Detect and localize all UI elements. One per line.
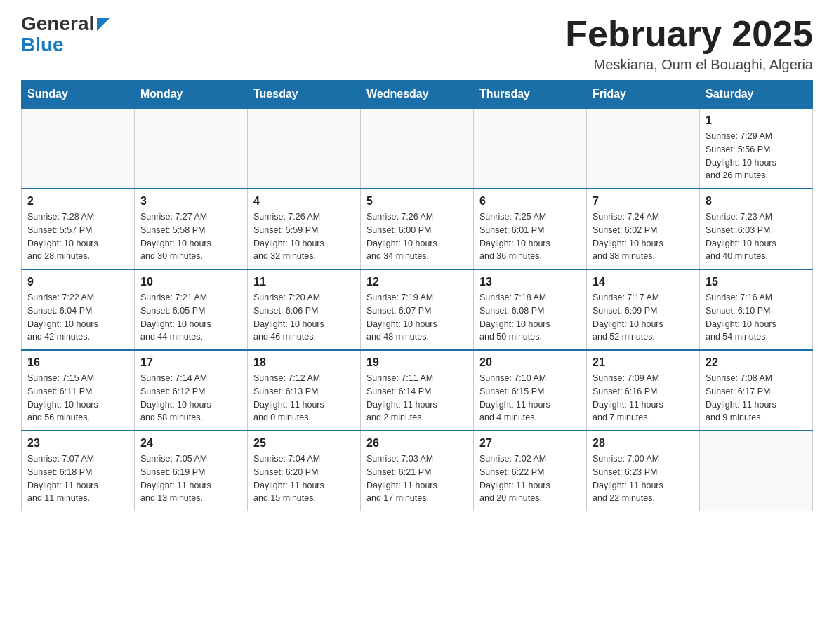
table-row: 14Sunrise: 7:17 AM Sunset: 6:09 PM Dayli… <box>587 269 700 350</box>
title-block: February 2025 Meskiana, Oum el Bouaghi, … <box>565 14 813 73</box>
day-info: Sunrise: 7:14 AM Sunset: 6:12 PM Dayligh… <box>140 372 241 424</box>
day-info: Sunrise: 7:26 AM Sunset: 6:00 PM Dayligh… <box>366 210 468 263</box>
day-number: 7 <box>593 195 694 208</box>
day-number: 20 <box>479 356 581 369</box>
col-tuesday: Tuesday <box>248 81 361 109</box>
table-row: 12Sunrise: 7:19 AM Sunset: 6:07 PM Dayli… <box>361 269 474 350</box>
day-info: Sunrise: 7:07 AM Sunset: 6:18 PM Dayligh… <box>27 452 128 505</box>
day-number: 23 <box>27 437 128 450</box>
calendar-week-row: 23Sunrise: 7:07 AM Sunset: 6:18 PM Dayli… <box>22 431 813 511</box>
day-info: Sunrise: 7:24 AM Sunset: 6:02 PM Dayligh… <box>593 210 694 263</box>
logo: General Blue <box>21 14 111 56</box>
table-row: 23Sunrise: 7:07 AM Sunset: 6:18 PM Dayli… <box>22 431 135 511</box>
col-friday: Friday <box>587 81 700 109</box>
table-row <box>361 108 474 189</box>
day-info: Sunrise: 7:12 AM Sunset: 6:13 PM Dayligh… <box>253 372 355 424</box>
day-number: 16 <box>27 356 128 369</box>
day-info: Sunrise: 7:16 AM Sunset: 6:10 PM Dayligh… <box>706 291 807 344</box>
day-info: Sunrise: 7:02 AM Sunset: 6:22 PM Dayligh… <box>479 452 581 505</box>
logo-general: General <box>21 14 94 34</box>
table-row: 21Sunrise: 7:09 AM Sunset: 6:16 PM Dayli… <box>587 350 700 431</box>
logo-blue: Blue <box>21 34 64 55</box>
table-row: 4Sunrise: 7:26 AM Sunset: 5:59 PM Daylig… <box>248 189 361 269</box>
table-row <box>700 431 813 511</box>
table-row: 1Sunrise: 7:29 AM Sunset: 5:56 PM Daylig… <box>700 108 813 189</box>
day-number: 24 <box>140 437 241 450</box>
day-number: 5 <box>366 195 468 208</box>
table-row: 8Sunrise: 7:23 AM Sunset: 6:03 PM Daylig… <box>700 189 813 269</box>
calendar-week-row: 16Sunrise: 7:15 AM Sunset: 6:11 PM Dayli… <box>22 350 813 431</box>
table-row: 7Sunrise: 7:24 AM Sunset: 6:02 PM Daylig… <box>587 189 700 269</box>
calendar-week-row: 1Sunrise: 7:29 AM Sunset: 5:56 PM Daylig… <box>22 108 813 189</box>
day-info: Sunrise: 7:09 AM Sunset: 6:16 PM Dayligh… <box>593 372 694 424</box>
day-info: Sunrise: 7:17 AM Sunset: 6:09 PM Dayligh… <box>593 291 694 344</box>
day-info: Sunrise: 7:11 AM Sunset: 6:14 PM Dayligh… <box>366 372 468 424</box>
day-number: 4 <box>253 195 355 208</box>
col-thursday: Thursday <box>474 81 587 109</box>
svg-marker-0 <box>97 18 110 31</box>
logo-arrow-icon <box>95 17 111 32</box>
day-info: Sunrise: 7:20 AM Sunset: 6:06 PM Dayligh… <box>253 291 355 344</box>
day-info: Sunrise: 7:28 AM Sunset: 5:57 PM Dayligh… <box>27 210 128 263</box>
table-row <box>474 108 587 189</box>
day-info: Sunrise: 7:23 AM Sunset: 6:03 PM Dayligh… <box>706 210 807 263</box>
day-number: 14 <box>593 276 694 288</box>
table-row: 17Sunrise: 7:14 AM Sunset: 6:12 PM Dayli… <box>135 350 248 431</box>
page-header: General Blue February 2025 Meskiana, Oum… <box>21 14 813 73</box>
table-row: 11Sunrise: 7:20 AM Sunset: 6:06 PM Dayli… <box>248 269 361 350</box>
table-row: 18Sunrise: 7:12 AM Sunset: 6:13 PM Dayli… <box>248 350 361 431</box>
table-row: 22Sunrise: 7:08 AM Sunset: 6:17 PM Dayli… <box>700 350 813 431</box>
calendar-week-row: 9Sunrise: 7:22 AM Sunset: 6:04 PM Daylig… <box>22 269 813 350</box>
day-number: 22 <box>706 356 807 369</box>
day-number: 17 <box>140 356 241 369</box>
table-row: 26Sunrise: 7:03 AM Sunset: 6:21 PM Dayli… <box>361 431 474 511</box>
day-number: 9 <box>27 276 128 288</box>
day-info: Sunrise: 7:00 AM Sunset: 6:23 PM Dayligh… <box>593 452 694 505</box>
day-info: Sunrise: 7:05 AM Sunset: 6:19 PM Dayligh… <box>140 452 241 505</box>
col-saturday: Saturday <box>700 81 813 109</box>
day-number: 26 <box>366 437 468 450</box>
day-info: Sunrise: 7:04 AM Sunset: 6:20 PM Dayligh… <box>253 452 355 505</box>
table-row <box>587 108 700 189</box>
day-number: 6 <box>479 195 581 208</box>
table-row <box>135 108 248 189</box>
day-info: Sunrise: 7:08 AM Sunset: 6:17 PM Dayligh… <box>706 372 807 424</box>
calendar-table: Sunday Monday Tuesday Wednesday Thursday… <box>21 80 813 511</box>
col-sunday: Sunday <box>22 81 135 109</box>
day-info: Sunrise: 7:19 AM Sunset: 6:07 PM Dayligh… <box>366 291 468 344</box>
day-info: Sunrise: 7:10 AM Sunset: 6:15 PM Dayligh… <box>479 372 581 424</box>
day-info: Sunrise: 7:29 AM Sunset: 5:56 PM Dayligh… <box>706 130 807 182</box>
day-info: Sunrise: 7:18 AM Sunset: 6:08 PM Dayligh… <box>479 291 581 344</box>
day-info: Sunrise: 7:15 AM Sunset: 6:11 PM Dayligh… <box>27 372 128 424</box>
table-row: 3Sunrise: 7:27 AM Sunset: 5:58 PM Daylig… <box>135 189 248 269</box>
day-number: 3 <box>140 195 241 208</box>
calendar-header-row: Sunday Monday Tuesday Wednesday Thursday… <box>22 81 813 109</box>
table-row: 13Sunrise: 7:18 AM Sunset: 6:08 PM Dayli… <box>474 269 587 350</box>
day-number: 15 <box>706 276 807 288</box>
month-title: February 2025 <box>565 14 813 54</box>
day-number: 27 <box>479 437 581 450</box>
day-info: Sunrise: 7:21 AM Sunset: 6:05 PM Dayligh… <box>140 291 241 344</box>
table-row: 16Sunrise: 7:15 AM Sunset: 6:11 PM Dayli… <box>22 350 135 431</box>
day-number: 11 <box>253 276 355 288</box>
table-row: 5Sunrise: 7:26 AM Sunset: 6:00 PM Daylig… <box>361 189 474 269</box>
day-number: 25 <box>253 437 355 450</box>
table-row: 27Sunrise: 7:02 AM Sunset: 6:22 PM Dayli… <box>474 431 587 511</box>
day-info: Sunrise: 7:25 AM Sunset: 6:01 PM Dayligh… <box>479 210 581 263</box>
day-info: Sunrise: 7:03 AM Sunset: 6:21 PM Dayligh… <box>366 452 468 505</box>
day-number: 28 <box>593 437 694 450</box>
day-number: 8 <box>706 195 807 208</box>
day-number: 18 <box>253 356 355 369</box>
table-row: 20Sunrise: 7:10 AM Sunset: 6:15 PM Dayli… <box>474 350 587 431</box>
day-info: Sunrise: 7:22 AM Sunset: 6:04 PM Dayligh… <box>27 291 128 344</box>
location-title: Meskiana, Oum el Bouaghi, Algeria <box>565 57 813 73</box>
calendar-week-row: 2Sunrise: 7:28 AM Sunset: 5:57 PM Daylig… <box>22 189 813 269</box>
day-info: Sunrise: 7:26 AM Sunset: 5:59 PM Dayligh… <box>253 210 355 263</box>
table-row <box>22 108 135 189</box>
table-row: 10Sunrise: 7:21 AM Sunset: 6:05 PM Dayli… <box>135 269 248 350</box>
day-number: 10 <box>140 276 241 288</box>
table-row: 24Sunrise: 7:05 AM Sunset: 6:19 PM Dayli… <box>135 431 248 511</box>
table-row: 15Sunrise: 7:16 AM Sunset: 6:10 PM Dayli… <box>700 269 813 350</box>
table-row: 2Sunrise: 7:28 AM Sunset: 5:57 PM Daylig… <box>22 189 135 269</box>
table-row: 28Sunrise: 7:00 AM Sunset: 6:23 PM Dayli… <box>587 431 700 511</box>
